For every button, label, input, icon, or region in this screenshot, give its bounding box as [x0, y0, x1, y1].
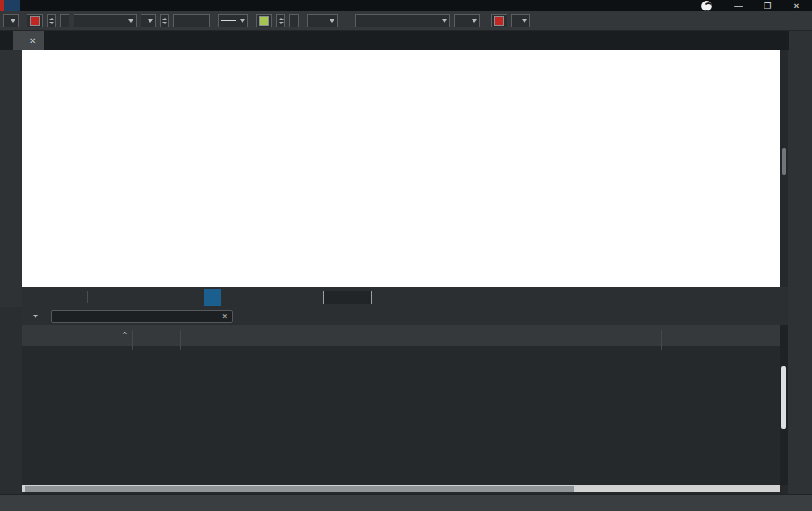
- fill-color-swatch[interactable]: [256, 14, 272, 27]
- canvas-vertical-scrollbar[interactable]: [780, 50, 788, 287]
- font-color-swatch[interactable]: [491, 14, 507, 27]
- markups-horizontal-scrollbar[interactable]: [22, 485, 780, 492]
- maximize-button[interactable]: ❐: [757, 2, 778, 10]
- single-page-view-icon[interactable]: [27, 289, 44, 306]
- previous-view-icon[interactable]: [684, 289, 702, 306]
- drawing-canvas[interactable]: [22, 50, 780, 287]
- first-page-icon[interactable]: [281, 289, 299, 306]
- properties-toolbar: [0, 11, 812, 31]
- revu-application-window: — ❐ ✕ ✕: [0, 0, 812, 511]
- tool-preset-dropdown[interactable]: [3, 14, 19, 27]
- fill-opacity-stepper[interactable]: [276, 14, 285, 27]
- style-dropdown[interactable]: [511, 14, 530, 27]
- markups-table-header: ⌃: [22, 325, 780, 346]
- status-bar: [0, 494, 812, 511]
- pan-tool-icon[interactable]: [204, 289, 221, 306]
- next-view-icon[interactable]: [713, 289, 731, 306]
- font-dropdown[interactable]: [355, 14, 450, 27]
- previous-page-icon[interactable]: [301, 289, 318, 306]
- markups-list-dropdown[interactable]: [28, 315, 38, 318]
- cloud-size-value[interactable]: [173, 14, 210, 27]
- line-opacity-value[interactable]: [60, 14, 69, 27]
- revu-logo-icon: [701, 1, 712, 11]
- fill-opacity-value[interactable]: [289, 14, 299, 27]
- split-horizontal-icon[interactable]: [65, 289, 83, 306]
- font-size-dropdown[interactable]: [454, 14, 480, 27]
- markups-panel-header: ✕: [22, 307, 788, 325]
- sort-asc-icon: ⌃: [121, 330, 128, 340]
- title-bar: — ❐ ✕: [0, 0, 812, 11]
- cloud-style-dropdown[interactable]: [141, 14, 156, 27]
- markups-vertical-scrollbar[interactable]: [780, 325, 788, 485]
- close-button[interactable]: ✕: [786, 2, 807, 10]
- page-number-field[interactable]: [323, 291, 372, 304]
- split-vertical-icon[interactable]: [46, 289, 64, 306]
- document-tab-bar: ✕: [0, 31, 812, 50]
- tool-sidebar: [789, 31, 812, 494]
- line-end-dropdown[interactable]: [218, 14, 248, 27]
- fit-width-icon[interactable]: [111, 289, 129, 306]
- hatch-dropdown[interactable]: [307, 14, 338, 27]
- search-input[interactable]: ✕: [51, 310, 233, 323]
- fit-page-icon[interactable]: [92, 289, 110, 306]
- line-color-swatch[interactable]: [27, 14, 43, 27]
- line-style-dropdown[interactable]: [74, 14, 137, 27]
- markups-panel: ✕ ⌃: [22, 307, 788, 494]
- view-navigation-bar: [22, 287, 788, 307]
- document-tab[interactable]: ✕: [13, 31, 44, 50]
- line-opacity-stepper[interactable]: [47, 14, 56, 27]
- markups-table-body: [22, 350, 780, 487]
- select-tool-icon[interactable]: [223, 289, 241, 306]
- bottom-panel-sidebar: [0, 307, 22, 494]
- zoom-tool-icon[interactable]: [262, 289, 280, 306]
- left-panel-sidebar: [0, 50, 22, 307]
- clear-search-icon[interactable]: ✕: [221, 312, 228, 320]
- select-text-tool-icon[interactable]: [242, 289, 260, 306]
- menu-revu[interactable]: [4, 0, 20, 11]
- tab-close-icon[interactable]: ✕: [29, 36, 36, 45]
- minimize-button[interactable]: —: [728, 2, 749, 10]
- cloud-size-stepper[interactable]: [160, 14, 169, 27]
